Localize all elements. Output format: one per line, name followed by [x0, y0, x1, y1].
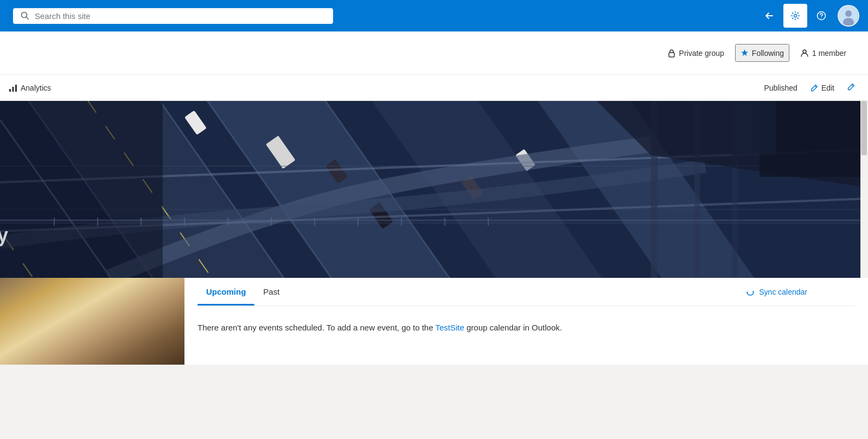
- bottom-section: Upcoming Past Sync calendar There aren't…: [0, 278, 868, 365]
- user-avatar[interactable]: [838, 5, 859, 27]
- no-events-text-start: There aren't any events scheduled. To ad…: [197, 323, 435, 332]
- svg-point-4: [821, 17, 822, 18]
- hero-scene-svg: y: [0, 101, 868, 278]
- sync-calendar-button[interactable]: Sync calendar: [742, 285, 812, 298]
- scrollbar-thumb: [861, 101, 867, 155]
- events-column: Upcoming Past Sync calendar There aren't…: [184, 278, 868, 365]
- scrollbar[interactable]: [860, 101, 868, 278]
- following-button[interactable]: ★ Following: [735, 44, 789, 62]
- svg-rect-8: [669, 53, 674, 57]
- member-count: 1 member: [800, 49, 846, 58]
- avatar-svg: [839, 6, 858, 26]
- svg-line-1: [27, 17, 29, 20]
- svg-rect-77: [732, 101, 776, 155]
- events-tabs: Upcoming Past Sync calendar: [197, 278, 855, 306]
- analytics-label: Analytics: [21, 84, 51, 92]
- top-navigation: [0, 0, 868, 31]
- edit-small-button[interactable]: [847, 83, 855, 92]
- thumbnail-column: [0, 278, 184, 365]
- edit-button[interactable]: Edit: [806, 81, 839, 94]
- analytics-icon: [9, 84, 17, 92]
- site-header-area: Private group ★ Following 1 member: [0, 31, 868, 75]
- person-icon: [800, 49, 809, 58]
- published-badge: Published: [764, 84, 797, 92]
- svg-point-2: [794, 15, 797, 17]
- svg-rect-12: [15, 85, 17, 92]
- svg-rect-10: [9, 89, 11, 92]
- private-group-label: Private group: [679, 49, 724, 58]
- following-label: Following: [752, 49, 784, 58]
- pencil-icon: [810, 84, 818, 92]
- svg-point-9: [803, 50, 806, 53]
- no-events-text-end: group calendar in Outlook.: [464, 323, 562, 332]
- past-tab[interactable]: Past: [254, 278, 288, 306]
- star-icon: ★: [741, 47, 749, 59]
- testsite-link[interactable]: TestSite: [435, 323, 464, 332]
- help-icon: [816, 11, 826, 21]
- upcoming-tab[interactable]: Upcoming: [197, 278, 254, 306]
- svg-rect-72: [0, 101, 163, 278]
- settings-icon: [790, 11, 800, 21]
- svg-text:y: y: [0, 224, 8, 246]
- thumbnail-image: [0, 278, 184, 365]
- page-wrapper: Private group ★ Following 1 member: [0, 0, 868, 439]
- past-tab-label: Past: [263, 287, 279, 296]
- private-group-indicator: Private group: [667, 49, 724, 58]
- member-count-label: 1 member: [812, 49, 846, 58]
- no-events-message: There aren't any events scheduled. To ad…: [197, 306, 577, 349]
- svg-point-6: [845, 10, 852, 17]
- analytics-bar: Analytics Published Edit: [0, 75, 868, 101]
- analytics-button[interactable]: Analytics: [2, 75, 58, 100]
- help-button[interactable]: [809, 4, 833, 28]
- hero-image: y: [0, 101, 868, 278]
- sync-calendar-label: Sync calendar: [759, 288, 807, 296]
- analytics-bar-right: Published Edit: [764, 81, 855, 94]
- lock-icon: [667, 49, 676, 58]
- edit-small-icon: [847, 83, 855, 91]
- search-icon: [21, 11, 29, 20]
- back-button[interactable]: [757, 4, 781, 28]
- upcoming-tab-label: Upcoming: [206, 287, 246, 296]
- nav-icons-group: [757, 4, 859, 28]
- avatar-image: [839, 6, 858, 26]
- edit-label: Edit: [821, 84, 834, 92]
- site-meta: Private group ★ Following 1 member: [667, 44, 846, 62]
- search-box-container[interactable]: [13, 8, 333, 24]
- back-icon: [764, 11, 774, 21]
- search-input[interactable]: [35, 11, 326, 21]
- settings-button[interactable]: [783, 4, 807, 28]
- hero-container: y: [0, 101, 868, 278]
- sync-icon: [746, 288, 755, 296]
- svg-rect-11: [12, 87, 14, 92]
